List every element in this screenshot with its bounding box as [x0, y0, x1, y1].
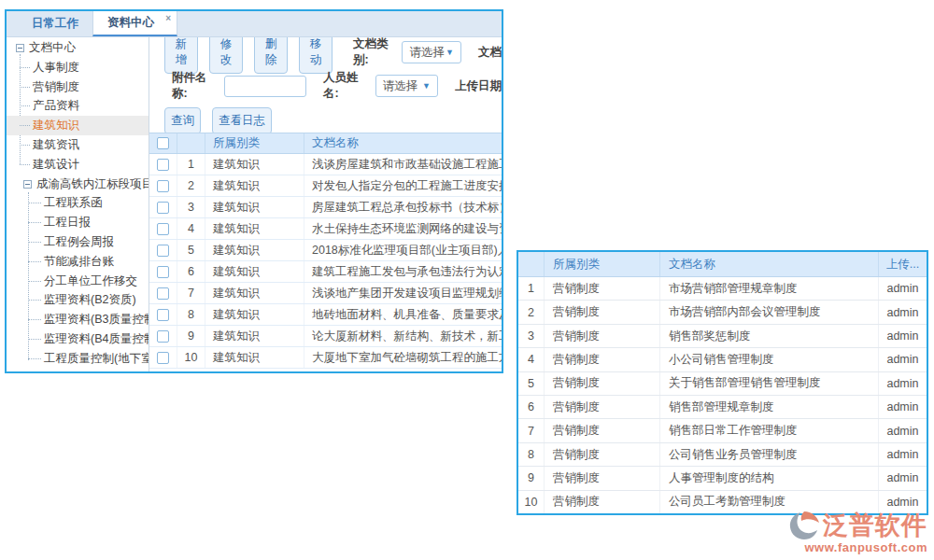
row-index: 10 [518, 491, 545, 513]
uploader-column-header: 上传... [879, 252, 927, 276]
row-uploader: admin [879, 443, 927, 466]
tree-item-project-folder-4[interactable]: 分工单位工作移交 [7, 272, 149, 291]
table-row[interactable]: 8建筑知识地砖地面材料、机具准备、质量要求及... [149, 304, 502, 326]
row-checkbox[interactable] [157, 330, 169, 343]
tab-daily-work[interactable]: 日常工作 [18, 11, 92, 36]
tree-item-project-folder-8[interactable]: 工程质量控制(地下室) [7, 349, 149, 369]
add-button[interactable]: 新增 [164, 37, 198, 74]
tree-item-project[interactable]: 成渝高铁内江标段项目 [7, 175, 149, 194]
table-row[interactable]: 6建筑知识建筑工程施工发包与承包违法行为认定... [149, 261, 502, 283]
table-row[interactable]: 10营销制度公司员工考勤管理制度admin [518, 491, 927, 513]
table-row[interactable]: 2营销制度市场营销部内部会议管理制度admin [518, 301, 927, 324]
table-row[interactable]: 3营销制度销售部奖惩制度admin [518, 325, 927, 348]
tree-item-project-folder-0[interactable]: 工程联系函 [7, 193, 149, 213]
tree-item-label: 监理资料(B3质量控制) [44, 313, 149, 326]
tree-item-category-2[interactable]: 产品资料 [7, 96, 149, 116]
row-doc-name: 建筑工程施工发包与承包违法行为认定... [304, 261, 502, 282]
table-row[interactable]: 1营销制度市场营销部管理规章制度admin [518, 277, 927, 301]
person-name-select[interactable]: 请选择 ▼ [375, 75, 438, 97]
row-category: 建筑知识 [205, 283, 304, 303]
table-row[interactable]: 5营销制度关于销售部管理销售管理制度admin [518, 372, 927, 396]
row-uploader: admin [879, 467, 927, 489]
tree-item-label: 建筑知识 [33, 119, 79, 132]
table-row[interactable]: 1建筑知识浅谈房屋建筑和市政基础设施工程施工... [149, 154, 502, 175]
row-checkbox[interactable] [157, 352, 169, 364]
row-category: 建筑知识 [205, 326, 304, 346]
tree-item-label: 工程联系函 [44, 197, 103, 210]
view-log-button[interactable]: 查看日志 [212, 107, 272, 134]
table-row[interactable]: 6营销制度销售部管理规章制度admin [518, 396, 927, 419]
table-row[interactable]: 7营销制度销售部日常工作管理制度admin [518, 419, 927, 442]
sidebar-tree: 文档中心人事制度营销制度产品资料建筑知识建筑资讯建筑设计成渝高铁内江标段项目工程… [7, 38, 149, 371]
doc-name-column-header: 文档名称 [304, 133, 502, 153]
row-category: 营销制度 [545, 372, 660, 395]
tab-data-center[interactable]: 资料中心 × [92, 11, 177, 36]
table-row[interactable]: 9营销制度人事管理制度的结构admin [518, 467, 927, 490]
row-uploader: admin [879, 277, 927, 300]
row-checkbox[interactable] [157, 180, 169, 192]
tree-item-category-0[interactable]: 人事制度 [7, 58, 149, 77]
tree-item-label: 监理资料(B4质量控制) [44, 332, 149, 345]
tree-item-project-folder-6[interactable]: 监理资料(B3质量控制) [7, 310, 149, 329]
tree-item-label: 建筑设计 [33, 158, 79, 171]
row-doc-name: 浅谈房屋建筑和市政基础设施工程施工... [304, 154, 502, 175]
tree-collapse-icon[interactable] [16, 44, 24, 52]
query-button[interactable]: 查询 [164, 107, 201, 134]
row-doc-name: 房屋建筑工程总承包投标书（技术标）... [304, 197, 502, 217]
row-category: 营销制度 [545, 443, 660, 466]
tree-item-partial-clipped[interactable]: 工程质量控制 [7, 369, 149, 371]
row-doc-name: 市场营销部内部会议管理制度 [660, 301, 879, 323]
tree-item-category-3[interactable]: 建筑知识 [7, 116, 149, 135]
table-row[interactable]: 3建筑知识房屋建筑工程总承包投标书（技术标）... [149, 197, 502, 218]
row-checkbox[interactable] [157, 266, 169, 278]
table-row[interactable]: 8营销制度公司销售业务员管理制度admin [518, 443, 927, 467]
row-category: 建筑知识 [205, 154, 304, 175]
tree-item-label: 工程质量控制(地下室) [44, 352, 149, 365]
row-index: 4 [518, 348, 545, 371]
edit-button[interactable]: 修改 [209, 37, 243, 74]
row-checkbox[interactable] [157, 202, 169, 214]
tree-item-category-5[interactable]: 建筑设计 [7, 155, 149, 175]
marketing-doc-table: 所属别类 文档名称 上传... 1营销制度市场营销部管理规章制度admin2营销… [517, 250, 928, 515]
doc-category-label: 文档类别: [353, 37, 394, 68]
table-row[interactable]: 10建筑知识大厦地下室加气砼墙砌筑工程的施工方... [149, 347, 502, 369]
table-row[interactable]: 9建筑知识论大厦新材料、新结构、新技术，新工... [149, 326, 502, 347]
table-row[interactable]: 4营销制度小公司销售管理制度admin [518, 348, 927, 371]
row-checkbox[interactable] [157, 245, 169, 257]
tree-collapse-icon[interactable] [23, 180, 32, 189]
close-icon[interactable]: × [165, 13, 171, 23]
attachment-name-input[interactable] [224, 76, 306, 97]
row-checkbox[interactable] [157, 309, 169, 321]
table-row[interactable]: 2建筑知识对发包人指定分包的工程施工进度安排... [149, 175, 502, 197]
row-checkbox[interactable] [157, 287, 169, 300]
tree-item-project-folder-1[interactable]: 工程日报 [7, 213, 149, 232]
tree-item-project-folder-7[interactable]: 监理资料(B4质量控制) [7, 329, 149, 349]
tree-item-project-folder-3[interactable]: 节能减排台账 [7, 252, 149, 272]
tree-item-category-4[interactable]: 建筑资讯 [7, 135, 149, 155]
table-row[interactable]: 5建筑知识2018标准化监理项目部(业主项目部)人员... [149, 240, 502, 261]
row-uploader: admin [879, 419, 927, 441]
select-all-checkbox[interactable] [157, 137, 169, 149]
tree-item-root[interactable]: 文档中心 [7, 38, 149, 58]
row-uploader: admin [879, 325, 927, 347]
delete-button[interactable]: 删除 [254, 37, 288, 74]
row-uploader: admin [879, 491, 927, 513]
index-column-header [518, 252, 545, 276]
brand-name: 泛普软件 [823, 513, 927, 539]
tree-item-project-folder-2[interactable]: 工程例会周报 [7, 232, 149, 252]
tree-item-category-1[interactable]: 营销制度 [7, 77, 149, 97]
row-index: 9 [518, 467, 545, 489]
move-button[interactable]: 移动 [299, 37, 333, 74]
row-doc-name: 大厦地下室加气砼墙砌筑工程的施工方... [304, 347, 502, 368]
row-doc-name: 人事管理制度的结构 [660, 467, 879, 489]
row-index: 6 [177, 261, 205, 282]
row-checkbox[interactable] [157, 223, 169, 235]
tree-item-project-folder-5[interactable]: 监理资料(B2资质) [7, 290, 149, 310]
doc-category-select[interactable]: 请选择 ▼ [402, 41, 461, 63]
table-row[interactable]: 7建筑知识浅谈地产集团开发建设项目监理规划编... [149, 283, 502, 304]
brand-url: www.fanpusoft.com [788, 540, 927, 555]
row-checkbox[interactable] [157, 159, 169, 171]
table-row[interactable]: 4建筑知识水土保持生态环境监测网络的建设与资... [149, 218, 502, 240]
tree-item-label: 人事制度 [33, 61, 79, 74]
tab-data-center-label: 资料中心 [107, 15, 154, 31]
